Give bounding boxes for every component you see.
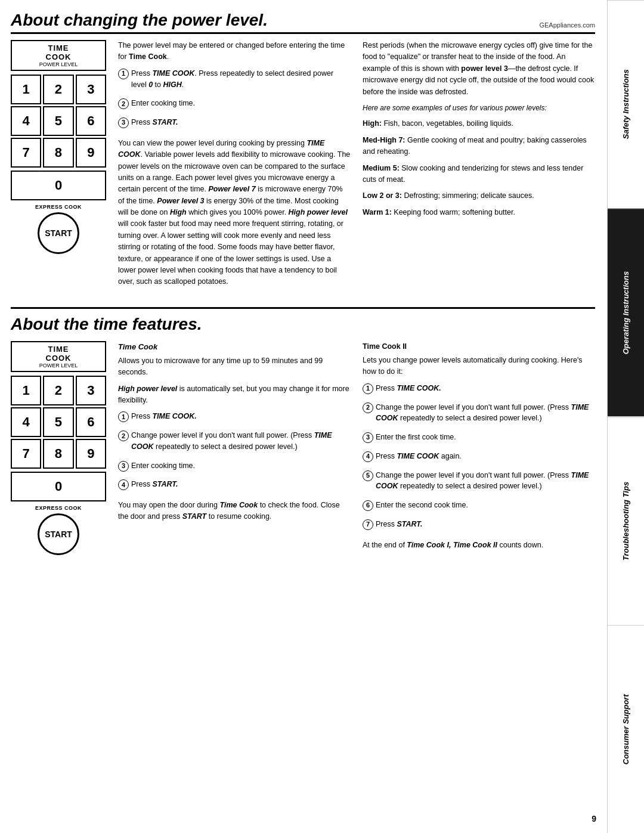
time-cook-ii-col: Time Cook II Lets you change power level…: [363, 341, 595, 556]
tc-step-num-4: 4: [118, 479, 129, 490]
tc-step-2-text: Change power level if you don't want ful…: [131, 430, 351, 453]
key-b0[interactable]: 0: [11, 472, 106, 501]
time-cook-label-box-2: TIME COOK POWER LEVEL: [11, 341, 106, 372]
time-label: TIME: [48, 44, 69, 52]
sidebar-tab-troubleshooting[interactable]: Troubleshooting Tips: [608, 417, 644, 625]
tc-step-num-3: 3: [118, 461, 129, 472]
tc2-step-3-text: Enter the first cook time.: [376, 432, 456, 443]
tc-step-3: 3 Enter cooking time.: [118, 460, 351, 476]
key-b9[interactable]: 9: [76, 439, 106, 469]
tc-step-1: 1 Press TIME COOK.: [118, 411, 351, 427]
key-2[interactable]: 2: [43, 75, 73, 104]
tc2-step-5: 5 Change the power level if you don't wa…: [363, 470, 595, 497]
tc2-step-num-6: 6: [363, 500, 373, 511]
top-col1-p1: The power level may be entered or change…: [118, 40, 351, 63]
tc-step-4: 4 Press START.: [118, 479, 351, 495]
time-label-2: TIME: [48, 345, 69, 354]
time-cook-title: Time Cook: [118, 341, 351, 353]
step-top-1: 1 Press TIME COOK. Press repeatedly to s…: [118, 68, 351, 95]
sidebar-tab-safety[interactable]: Safety Instructions: [608, 0, 644, 208]
time-cook-high-note: High power level is automatically set, b…: [118, 383, 351, 407]
key-b1[interactable]: 1: [11, 376, 41, 405]
site-url: GEAppliances.com: [539, 21, 595, 30]
key-3[interactable]: 3: [76, 75, 106, 104]
key-0[interactable]: 0: [11, 171, 106, 200]
time-cook-intro: Allows you to microwave for any time up …: [118, 355, 351, 379]
tc2-step-num-5: 5: [363, 470, 373, 481]
tc-step-2: 2 Change power level if you don't want f…: [118, 430, 351, 457]
power-level-label-2: POWER LEVEL: [39, 363, 78, 368]
tc-step-num-2: 2: [118, 431, 129, 441]
tc-footer: You may open the door during Time Cook t…: [118, 500, 351, 523]
page-number: 9: [592, 814, 596, 823]
top-col2-p4: Med-High 7: Gentle cooking of meat and p…: [363, 135, 595, 158]
top-col2-p3: High: Fish, bacon, vegetables, boiling l…: [363, 118, 595, 129]
step-num-1: 1: [118, 69, 129, 79]
right-sidebar: Safety Instructions Operating Instructio…: [607, 0, 644, 833]
step-num-3: 3: [118, 117, 129, 128]
top-section: TIME COOK POWER LEVEL 1 2 3 4 5 6 7 8 9 …: [11, 40, 595, 293]
key-b7[interactable]: 7: [11, 439, 41, 469]
tc2-step-num-2: 2: [363, 402, 373, 413]
time-cook-label-box: TIME COOK POWER LEVEL: [11, 40, 106, 71]
top-text-columns: The power level may be entered or change…: [118, 40, 595, 293]
section-separator: [11, 307, 595, 309]
key-b8[interactable]: 8: [43, 439, 73, 469]
step-top-2: 2 Enter cooking time.: [118, 98, 351, 114]
sidebar-tab-operating[interactable]: Operating Instructions: [608, 208, 644, 416]
tc2-step-6: 6 Enter the second cook time.: [363, 500, 595, 516]
keypad-zero-row-2: 0: [11, 472, 106, 501]
key-8[interactable]: 8: [43, 138, 73, 168]
tc2-step-num-3: 3: [363, 432, 373, 443]
tc2-footer: At the end of Time Cook I, Time Cook II …: [363, 540, 595, 551]
tc-step-1-text: Press TIME COOK.: [131, 411, 197, 422]
top-col2-p5: Medium 5: Slow cooking and tenderizing f…: [363, 163, 595, 186]
keypad-grid-2: 1 2 3 4 5 6 7 8 9: [11, 376, 106, 469]
start-button-top[interactable]: START: [38, 212, 79, 254]
tc-step-4-text: Press START.: [131, 479, 178, 490]
key-7[interactable]: 7: [11, 138, 41, 168]
key-b3[interactable]: 3: [76, 376, 106, 405]
tc2-step-7-text: Press START.: [376, 519, 423, 530]
tc-step-3-text: Enter cooking time.: [131, 460, 195, 472]
key-6[interactable]: 6: [76, 106, 106, 136]
tc2-step-4-text: Press TIME COOK again.: [376, 451, 462, 462]
start-button-bottom[interactable]: START: [38, 513, 79, 555]
tc2-step-1-text: Press TIME COOK.: [376, 383, 441, 394]
power-level-label: POWER LEVEL: [39, 61, 78, 67]
sidebar-tab-consumer[interactable]: Consumer Support: [608, 625, 644, 833]
top-col2-p2: Here are some examples of uses for vario…: [363, 103, 595, 114]
section1-header: About changing the power level. GEApplia…: [11, 11, 595, 34]
tc2-step-5-text: Change the power level if you don't want…: [376, 470, 595, 493]
tc2-step-num-7: 7: [363, 519, 373, 530]
tc2-step-num-4: 4: [363, 451, 373, 462]
step-top-1-text: Press TIME COOK. Press repeatedly to sel…: [131, 68, 351, 91]
step-num-2: 2: [118, 98, 129, 109]
top-col1: The power level may be entered or change…: [118, 40, 351, 293]
key-b5[interactable]: 5: [43, 407, 73, 437]
cook-label: COOK: [46, 52, 72, 61]
bottom-section: TIME COOK POWER LEVEL 1 2 3 4 5 6 7 8 9 …: [11, 341, 595, 556]
key-b2[interactable]: 2: [43, 376, 73, 405]
tc2-step-2: 2 Change the power level if you don't wa…: [363, 402, 595, 429]
top-col2-p1: Rest periods (when the microwave energy …: [363, 40, 595, 98]
step-top-3-text: Press START.: [131, 117, 178, 128]
key-b4[interactable]: 4: [11, 407, 41, 437]
key-b6[interactable]: 6: [76, 407, 106, 437]
time-cook-ii-intro: Lets you change power levels automatical…: [363, 355, 595, 378]
key-4[interactable]: 4: [11, 106, 41, 136]
step-top-3: 3 Press START.: [118, 117, 351, 133]
section2-title: About the time features.: [11, 315, 595, 334]
keypad-grid: 1 2 3 4 5 6 7 8 9: [11, 75, 106, 168]
key-9[interactable]: 9: [76, 138, 106, 168]
tc2-step-7: 7 Press START.: [363, 519, 595, 535]
tc2-step-6-text: Enter the second cook time.: [376, 500, 468, 511]
key-1[interactable]: 1: [11, 75, 41, 104]
keypad-zero-row: 0: [11, 171, 106, 200]
express-cook-label: EXPRESS COOK: [11, 204, 106, 210]
key-5[interactable]: 5: [43, 106, 73, 136]
tc-step-num-1: 1: [118, 411, 129, 422]
step-top-2-text: Enter cooking time.: [131, 98, 195, 109]
top-col2-p6: Low 2 or 3: Defrosting; simmering; delic…: [363, 190, 595, 202]
tc2-step-num-1: 1: [363, 383, 373, 394]
